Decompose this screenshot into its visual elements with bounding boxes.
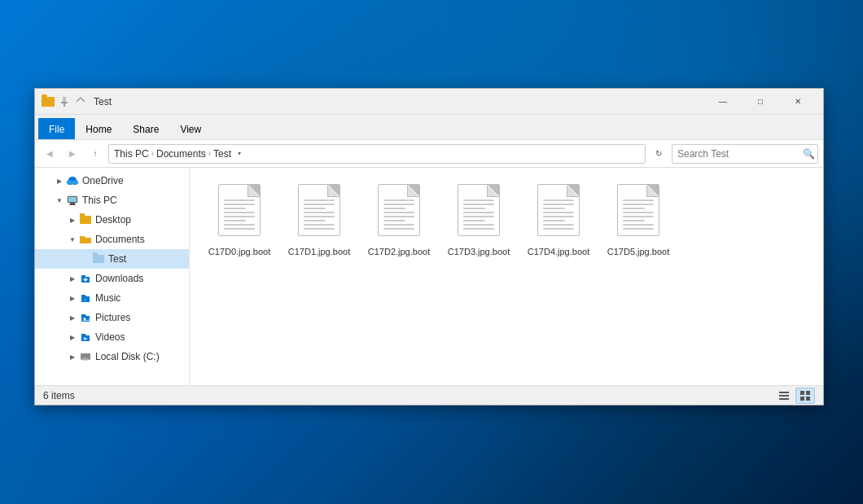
sidebar-item-this-pc-label: This PC (82, 195, 117, 206)
svg-rect-9 (68, 197, 77, 202)
sidebar-item-documents-label: Documents (95, 234, 145, 245)
doc-line-file1-4 (304, 216, 335, 217)
breadcrumb-documents[interactable]: Documents › (156, 148, 213, 160)
sidebar-item-videos-label: Videos (95, 331, 125, 343)
doc-line-file3-6 (463, 224, 494, 226)
tab-file[interactable]: File (38, 118, 75, 139)
this-pc-icon (66, 194, 79, 207)
sidebar-item-onedrive[interactable]: ▶ OneDrive (35, 171, 189, 191)
status-count: 6 items (43, 390, 75, 401)
onedrive-expand-arrow: ▶ (53, 174, 66, 187)
doc-icon-file4 (537, 184, 580, 236)
tab-home[interactable]: Home (75, 118, 122, 139)
sidebar-item-test[interactable]: ▶ Test (35, 249, 189, 269)
doc-line-file5-7 (623, 228, 654, 230)
doc-line-file3-7 (463, 228, 494, 230)
breadcrumb-this-pc[interactable]: This PC › (114, 148, 156, 160)
status-bar: 6 items (35, 385, 823, 405)
minimize-button[interactable]: — (704, 89, 742, 115)
svg-rect-11 (69, 204, 76, 205)
doc-line-file1-1 (304, 204, 335, 205)
doc-line-file5-4 (623, 216, 654, 217)
back-button[interactable]: ◀ (40, 144, 59, 164)
sidebar-item-pictures[interactable]: ▶ Pictures (35, 308, 189, 327)
refresh-icon: ↻ (655, 149, 662, 158)
file-name-file5: C17D5.jpg.boot (607, 246, 669, 257)
doc-line-file5-6 (623, 224, 654, 226)
svg-rect-1 (61, 102, 68, 103)
doc-lines-file3 (463, 199, 494, 230)
address-bar: ◀ ▶ ↑ This PC › Documents › Test ▾ ↻ (35, 140, 823, 168)
back-icon: ◀ (46, 149, 53, 158)
breadcrumb-dropdown[interactable]: ▾ (233, 147, 246, 160)
sidebar-item-local-disk[interactable]: ▶ Local Disk (C:) (35, 347, 189, 366)
doc-line-file3-3 (463, 212, 494, 213)
doc-icon-file0 (218, 184, 261, 236)
doc-line-file2-2 (383, 208, 405, 209)
videos-expand-arrow: ▶ (66, 331, 79, 344)
file-item-file4[interactable]: C17D4.jpg.boot (522, 181, 595, 261)
this-pc-expand-arrow: ▼ (53, 194, 66, 207)
search-icon[interactable]: 🔍 (803, 148, 815, 160)
doc-line-file4-0 (543, 199, 574, 201)
file-name-file3: C17D3.jpg.boot (448, 246, 510, 257)
breadcrumb-documents-label: Documents (156, 148, 206, 160)
sidebar-item-desktop[interactable]: ▶ Desktop (35, 210, 189, 230)
forward-button[interactable]: ▶ (63, 144, 82, 164)
breadcrumb-bar[interactable]: This PC › Documents › Test ▾ (108, 144, 646, 164)
file-item-file1[interactable]: C17D1.jpg.boot (283, 181, 356, 261)
file-item-file0[interactable]: C17D0.jpg.boot (203, 181, 276, 261)
up-button[interactable]: ↑ (85, 144, 105, 164)
svg-rect-19 (779, 395, 789, 397)
sidebar-item-downloads[interactable]: ▶ Downloads (35, 269, 189, 288)
breadcrumb-sep-2: › (208, 149, 211, 158)
sidebar-item-documents[interactable]: ▼ Documents (35, 230, 189, 249)
svg-point-7 (72, 181, 78, 185)
maximize-button[interactable]: □ (742, 89, 779, 115)
close-button[interactable]: ✕ (779, 89, 817, 115)
doc-lines-file2 (383, 199, 414, 230)
large-icons-view-button[interactable] (795, 388, 815, 404)
doc-line-file3-2 (463, 208, 485, 209)
music-icon: ♪ (79, 291, 92, 305)
tab-view[interactable]: View (169, 118, 212, 139)
file-item-file3[interactable]: C17D3.jpg.boot (442, 181, 515, 261)
details-view-button[interactable] (774, 388, 794, 404)
sidebar-item-music[interactable]: ▶ ♪ Music (35, 288, 189, 308)
title-bar: Test — □ ✕ (35, 89, 823, 115)
doc-line-file4-5 (543, 220, 565, 221)
sidebar: ▶ OneDrive ▼ (35, 168, 190, 385)
file-item-file2[interactable]: C17D2.jpg.boot (362, 181, 436, 261)
doc-line-file4-7 (543, 228, 574, 230)
sidebar-item-desktop-label: Desktop (95, 214, 131, 226)
search-input[interactable] (677, 148, 799, 160)
doc-line-file0-4 (224, 216, 255, 217)
doc-line-file0-6 (224, 224, 255, 226)
sidebar-item-videos[interactable]: ▶ Videos (35, 327, 189, 347)
search-box[interactable]: 🔍 (672, 144, 818, 164)
svg-rect-22 (806, 391, 810, 395)
window-folder-icon (42, 95, 55, 108)
tab-share[interactable]: Share (122, 118, 169, 139)
desktop-expand-arrow: ▶ (66, 213, 79, 226)
file-name-file0: C17D0.jpg.boot (208, 246, 270, 257)
doc-line-file1-0 (304, 199, 335, 201)
window-pin-icon (58, 95, 71, 108)
sidebar-item-music-label: Music (95, 292, 120, 304)
doc-line-file0-1 (224, 204, 255, 205)
test-folder-icon (92, 252, 105, 265)
documents-expand-arrow: ▼ (66, 233, 79, 246)
downloads-icon (79, 272, 92, 285)
details-view-icon (778, 390, 790, 401)
doc-line-file1-7 (304, 228, 335, 230)
file-icon-file5 (614, 184, 663, 243)
doc-line-file4-1 (543, 204, 574, 205)
refresh-button[interactable]: ↻ (649, 144, 668, 164)
doc-line-file1-3 (304, 212, 335, 213)
doc-line-file4-2 (543, 208, 565, 209)
sidebar-item-this-pc[interactable]: ▼ This PC (35, 191, 189, 210)
file-icon-file1 (295, 184, 344, 243)
breadcrumb-test[interactable]: Test (213, 148, 231, 160)
file-item-file5[interactable]: C17D5.jpg.boot (602, 181, 675, 261)
forward-icon: ▶ (69, 149, 76, 158)
